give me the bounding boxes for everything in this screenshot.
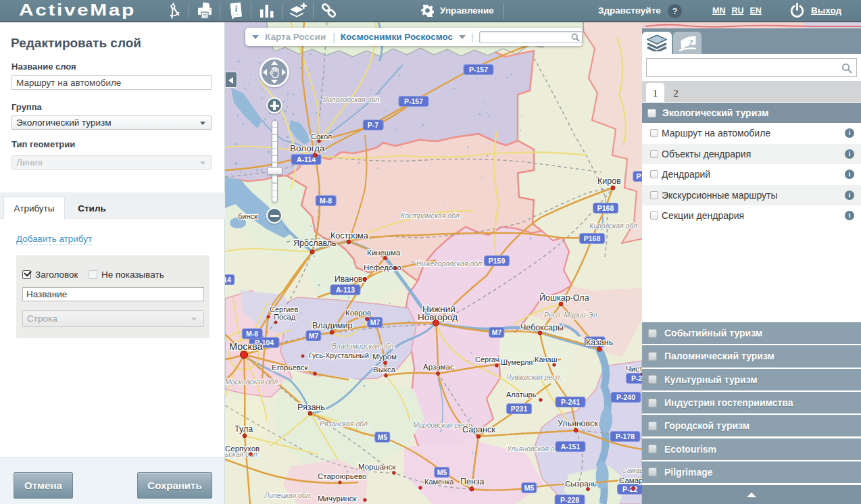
svg-text:Чист: Чист bbox=[626, 365, 643, 373]
svg-text:Иваново: Иваново bbox=[335, 274, 367, 284]
svg-text:М7: М7 bbox=[370, 318, 380, 326]
svg-text:Йошкар-Ола: Йошкар-Ола bbox=[539, 293, 589, 303]
svg-text:М7: М7 bbox=[492, 328, 502, 336]
svg-text:Р-241: Р-241 bbox=[561, 398, 580, 406]
svg-text:Липецкая обл.: Липецкая обл. bbox=[264, 491, 312, 499]
svg-text:А-114: А-114 bbox=[297, 155, 316, 163]
svg-text:Казань: Казань bbox=[586, 338, 613, 347]
svg-text:Киров: Киров bbox=[597, 176, 621, 186]
svg-text:бинск: бинск bbox=[238, 212, 257, 220]
svg-text:Канаш: Канаш bbox=[535, 355, 558, 363]
svg-text:Вологда: Вологда bbox=[290, 143, 325, 153]
svg-text:Костромская обл.: Костромская обл. bbox=[401, 211, 462, 220]
svg-text:М-8: М-8 bbox=[246, 330, 258, 338]
svg-text:Мичуринск: Мичуринск bbox=[318, 495, 358, 503]
svg-text:Кировская обл.: Кировская обл. bbox=[589, 222, 639, 230]
svg-text:Рязань: Рязань bbox=[297, 403, 325, 412]
svg-text:Тула: Тула bbox=[235, 424, 253, 434]
svg-text:Респ. Марий-Эл: Респ. Марий-Эл bbox=[544, 311, 597, 319]
svg-text:М5: М5 bbox=[378, 433, 388, 441]
svg-text:Шумерля: Шумерля bbox=[501, 358, 533, 366]
svg-text:А-113: А-113 bbox=[336, 286, 355, 294]
svg-text:М5: М5 bbox=[437, 468, 447, 476]
svg-text:Р159: Р159 bbox=[489, 257, 506, 265]
svg-text:Староюрьево: Староюрьево bbox=[318, 472, 366, 480]
svg-text:Посад: Посад bbox=[274, 313, 296, 321]
svg-text:Р168: Р168 bbox=[597, 204, 614, 212]
svg-text:Чебоксары: Чебоксары bbox=[520, 323, 564, 332]
svg-text:Р-178: Р-178 bbox=[616, 432, 635, 440]
svg-text:Арзамас: Арзамас bbox=[423, 363, 454, 371]
svg-text:Ярославль: Ярославль bbox=[293, 238, 337, 248]
svg-text:Каменка: Каменка bbox=[424, 478, 454, 486]
svg-text:М7: М7 bbox=[309, 332, 319, 340]
svg-text:?: ? bbox=[689, 37, 693, 47]
svg-text:Кинешма: Кинешма bbox=[367, 249, 401, 257]
svg-text:Пенза: Пенза bbox=[460, 477, 485, 486]
svg-text:Сызрань: Сызрань bbox=[565, 480, 597, 488]
svg-text:Сокол: Сокол bbox=[311, 132, 332, 141]
svg-text:Ковров: Ковров bbox=[345, 309, 371, 317]
svg-text:Р231: Р231 bbox=[511, 405, 528, 413]
svg-text:Гусь-Хрустальный: Гусь-Хрустальный bbox=[309, 351, 369, 359]
svg-text:Моршанск: Моршанск bbox=[358, 463, 396, 471]
svg-text:Р168: Р168 bbox=[584, 234, 601, 243]
svg-text:Владимир: Владимир bbox=[312, 321, 352, 330]
svg-text:Владимирская обл.: Владимирская обл. bbox=[332, 342, 395, 350]
svg-text:Вологодская обл.: Вологодская обл. bbox=[323, 95, 381, 103]
svg-text:Р-7: Р-7 bbox=[368, 121, 379, 129]
svg-text:Алатырь: Алатырь bbox=[506, 390, 537, 399]
svg-text:Р-240: Р-240 bbox=[616, 393, 635, 401]
svg-text:Саранск: Саранск bbox=[462, 425, 495, 434]
svg-text:Р-22: Р-22 bbox=[622, 485, 637, 493]
svg-text:Чувашская респ.: Чувашская респ. bbox=[506, 373, 562, 381]
svg-text:14: 14 bbox=[225, 276, 231, 284]
svg-text:Егорьевск: Егорьевск bbox=[272, 363, 309, 372]
svg-text:Рязанская обл.: Рязанская обл. bbox=[320, 420, 370, 428]
svg-text:Муром: Муром bbox=[372, 353, 397, 361]
svg-text:Р-228: Р-228 bbox=[560, 496, 579, 504]
svg-text:Сергач: Сергач bbox=[475, 355, 499, 363]
svg-text:Выкса: Выкса bbox=[373, 366, 396, 374]
svg-text:Нижегородская обл.: Нижегородская обл. bbox=[416, 259, 484, 268]
svg-text:Московская обл.: Московская обл. bbox=[225, 378, 280, 386]
svg-text:Р-157: Р-157 bbox=[469, 66, 488, 74]
svg-text:А-151: А-151 bbox=[561, 443, 581, 451]
svg-text:Москва: Москва bbox=[229, 341, 263, 352]
svg-text:Серпухов: Серпухов bbox=[225, 445, 260, 453]
svg-text:Р-157: Р-157 bbox=[404, 97, 423, 105]
svg-text:Ульяновск: Ульяновск bbox=[558, 419, 598, 428]
svg-text:М5: М5 bbox=[524, 484, 535, 492]
svg-text:М-8: М-8 bbox=[320, 197, 332, 205]
